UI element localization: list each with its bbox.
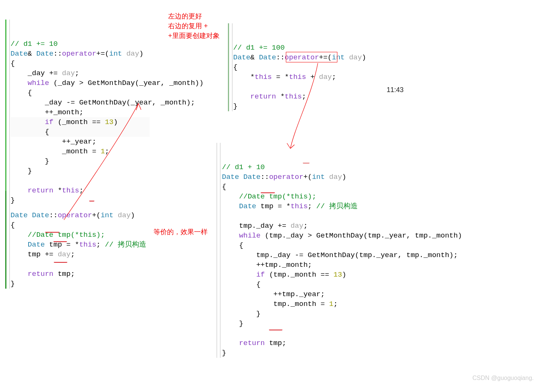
annotation-mid: 等价的，效果一样 xyxy=(153,227,208,237)
code-right-op-plus-equal: // d1 += 100 Date& Date::operator+=(int … xyxy=(233,23,366,111)
timestamp: 11:43 xyxy=(387,85,404,95)
underline-mark xyxy=(261,192,275,193)
code-left-op-plus: Date Date::operator+(int day) { //Date t… xyxy=(11,191,146,289)
comment: // d1 += 10 xyxy=(11,40,58,48)
code-left-op-plus-equal: // d1 += 10 Date& Date::operator+=(int d… xyxy=(11,20,203,205)
watermark: CSDN @guoguoqiang. xyxy=(472,373,534,383)
underline-mark xyxy=(53,241,67,242)
underline-mark xyxy=(89,200,94,201)
code-right-op-plus: // d1 + 10 Date Date::operator+(int day)… xyxy=(222,143,462,358)
underline-mark xyxy=(54,261,67,263)
comment: // d1 + 10 xyxy=(222,163,265,171)
annotation-top: 左边的更好 右边的复用 + +里面要创建对象 xyxy=(168,11,220,41)
underline-mark xyxy=(269,329,282,330)
underline-mark xyxy=(303,162,310,163)
underline-mark xyxy=(45,231,59,233)
comment: // d1 += 100 xyxy=(233,44,285,52)
highlight-box xyxy=(286,52,337,62)
